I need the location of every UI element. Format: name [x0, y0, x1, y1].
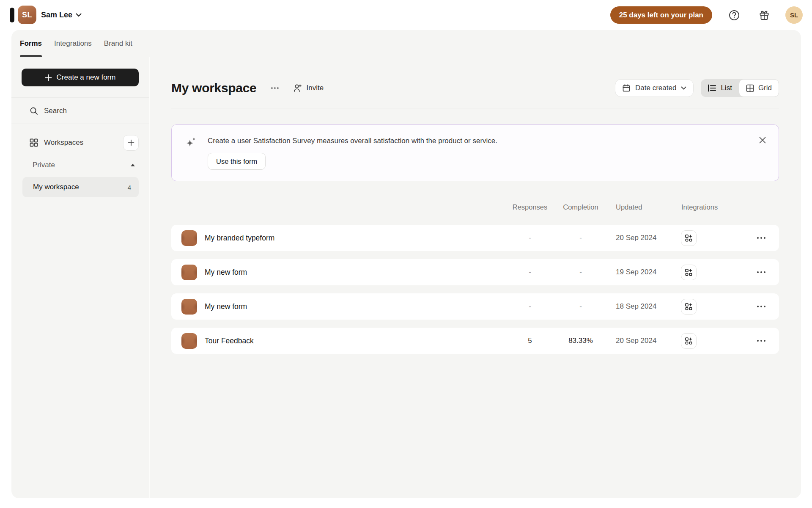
updated-value: 19 Sep 2024	[608, 268, 674, 276]
responses-value: -	[507, 302, 553, 311]
workspace-options-button[interactable]	[268, 81, 282, 95]
create-form-section: Create a new form	[11, 57, 149, 98]
chevron-down-icon	[681, 86, 686, 90]
view-grid-button[interactable]: Grid	[739, 79, 779, 97]
form-thumbnail	[181, 333, 197, 349]
column-header-updated: Updated	[608, 203, 674, 211]
plus-icon	[45, 74, 52, 81]
add-integration-button[interactable]	[681, 333, 697, 349]
row-options-button[interactable]	[754, 299, 769, 314]
private-label: Private	[33, 161, 55, 169]
sidebar-item-my-workspace[interactable]: My workspace 4	[22, 177, 139, 197]
list-label: List	[721, 84, 732, 92]
integrations-icon	[685, 268, 693, 276]
row-options-button[interactable]	[754, 230, 769, 246]
form-thumbnail	[181, 299, 197, 315]
table-row[interactable]: My branded typeform - - 20 Sep 2024	[171, 225, 779, 251]
main-content: My workspace Invite	[150, 57, 801, 498]
account-name: Sam Lee	[41, 11, 72, 19]
form-title: Tour Feedback	[205, 337, 254, 345]
ellipsis-icon	[757, 340, 766, 342]
sidebar-collapse-handle[interactable]	[10, 8, 14, 22]
form-name-cell: My new form	[181, 265, 507, 280]
column-header-completion: Completion	[553, 203, 608, 211]
updated-value: 20 Sep 2024	[608, 234, 674, 242]
row-options-button[interactable]	[754, 333, 769, 348]
integrations-cell	[674, 333, 737, 349]
updated-value: 18 Sep 2024	[608, 302, 674, 311]
form-suggestion-banner: Create a user Satisfaction Survey measur…	[171, 124, 779, 181]
header-divider	[171, 108, 779, 108]
table-row[interactable]: Tour Feedback 5 83.33% 20 Sep 2024	[171, 328, 779, 354]
help-button[interactable]	[728, 9, 740, 21]
ellipsis-icon	[757, 271, 766, 273]
grid-view-icon	[746, 84, 754, 92]
workspaces-grid-icon	[30, 138, 38, 147]
create-new-form-button[interactable]: Create a new form	[22, 69, 139, 86]
integrations-cell	[674, 265, 737, 280]
form-thumbnail	[181, 230, 197, 246]
integrations-icon	[685, 234, 693, 242]
row-options-button[interactable]	[754, 265, 769, 280]
workspaces-label: Workspaces	[44, 138, 117, 147]
banner-close-button[interactable]	[758, 135, 768, 145]
responses-value: 5	[507, 337, 553, 345]
completion-value: 83.33%	[553, 337, 608, 345]
private-section-toggle[interactable]: Private	[11, 157, 149, 174]
workspaces-header: Workspaces	[11, 133, 149, 152]
table-row[interactable]: My new form - - 19 Sep 2024	[171, 259, 779, 285]
chevron-down-icon	[76, 13, 82, 17]
calendar-icon	[622, 84, 631, 92]
gift-icon	[758, 9, 770, 21]
tab-forms[interactable]: Forms	[20, 30, 42, 57]
view-toggle: List Grid	[701, 79, 779, 97]
ellipsis-icon	[271, 87, 279, 89]
invite-button[interactable]: Invite	[293, 83, 324, 93]
ellipsis-icon	[757, 237, 766, 239]
add-workspace-button[interactable]	[123, 135, 139, 151]
plus-icon	[128, 139, 134, 146]
list-view-icon	[708, 84, 716, 92]
tab-bar: Forms Integrations Brand kit	[11, 30, 801, 57]
add-integration-button[interactable]	[681, 265, 697, 280]
sort-by-label: Date created	[635, 84, 676, 92]
integrations-cell	[674, 230, 737, 246]
use-this-form-button[interactable]: Use this form	[208, 153, 266, 170]
search-label: Search	[44, 107, 67, 115]
responses-value: -	[507, 268, 553, 276]
form-title: My new form	[205, 302, 247, 311]
integrations-icon	[685, 303, 693, 311]
view-controls: Date created List	[615, 79, 779, 97]
user-avatar[interactable]: SL	[785, 6, 803, 24]
grid-label: Grid	[758, 84, 772, 92]
plan-days-left-badge[interactable]: 25 days left on your plan	[610, 6, 712, 24]
help-icon	[728, 9, 740, 21]
page-title: My workspace	[171, 81, 257, 95]
table-row[interactable]: My new form - - 18 Sep 2024	[171, 293, 779, 320]
workspace-avatar[interactable]: SL	[18, 6, 36, 24]
completion-value: -	[553, 234, 608, 242]
completion-value: -	[553, 302, 608, 311]
tab-brand-kit[interactable]: Brand kit	[104, 30, 132, 57]
completion-value: -	[553, 268, 608, 276]
rewards-button[interactable]	[758, 9, 770, 21]
workspace-header: My workspace Invite	[171, 79, 779, 97]
sparkles-icon	[185, 136, 198, 170]
responses-value: -	[507, 234, 553, 242]
close-icon	[758, 136, 768, 144]
create-new-form-label: Create a new form	[57, 73, 116, 82]
form-name-cell: My branded typeform	[181, 230, 507, 246]
top-bar: SL Sam Lee 25 days left on your plan	[0, 0, 812, 30]
form-name-cell: Tour Feedback	[181, 333, 507, 349]
view-list-button[interactable]: List	[701, 79, 738, 97]
integrations-icon	[685, 337, 693, 345]
sort-by-dropdown[interactable]: Date created	[615, 79, 694, 97]
triangle-up-icon	[130, 163, 135, 167]
add-integration-button[interactable]	[681, 299, 697, 315]
sidebar-search[interactable]: Search	[11, 98, 149, 124]
form-thumbnail	[181, 265, 197, 280]
account-menu[interactable]: Sam Lee	[41, 0, 82, 30]
tab-integrations[interactable]: Integrations	[54, 30, 92, 57]
forms-list: My branded typeform - - 20 Sep 2024	[171, 225, 779, 354]
add-integration-button[interactable]	[681, 230, 697, 246]
